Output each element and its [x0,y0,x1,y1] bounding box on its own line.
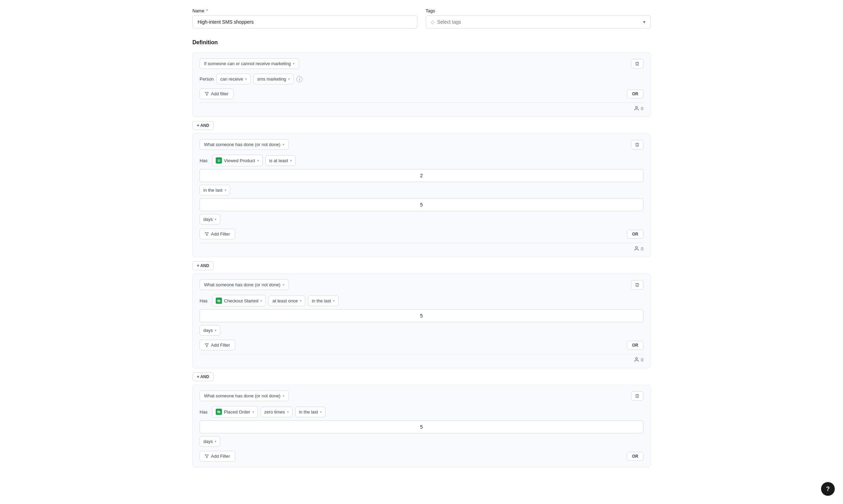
or-btn-4[interactable]: OR [627,452,643,461]
time-label-select-2[interactable]: in the last ▾ [200,185,230,195]
and-connector-1: + AND [192,121,651,130]
or-btn-2[interactable]: OR [627,230,643,239]
and-btn-2[interactable]: + AND [192,261,214,270]
and-connector-2: + AND [192,261,651,270]
event-select-3[interactable]: 🛍 Checkout Started ▾ [212,295,266,307]
time-label-select-4[interactable]: in the last ▾ [295,407,326,417]
time-unit-select-2[interactable]: days ▾ [200,214,220,225]
person-count-1: 0 [634,106,643,111]
add-filter-btn-2[interactable]: Add Filter [200,229,235,239]
svg-marker-6 [205,455,209,458]
time-unit-select-4[interactable]: days ▾ [200,436,220,447]
tag-icon: ◇ [431,19,435,25]
and-connector-3: + AND [192,372,651,381]
svg-marker-4 [205,344,209,347]
has-label-4: Has [200,409,209,415]
tags-label: Tags [426,8,651,13]
condition-type-label-1: If someone can or cannot receive marketi… [204,61,291,66]
has-label-2: Has [200,158,209,163]
operator-select-2[interactable]: is at least ▾ [265,155,296,166]
definition-title: Definition [192,39,651,46]
person-label: Person [200,76,214,82]
condition-type-chevron-4: ▾ [283,394,284,398]
checkout-started-icon: 🛍 [216,298,222,304]
svg-point-5 [636,358,637,359]
time-unit-chevron-3: ▾ [215,328,216,332]
condition-block-4: What someone has done (or not done) ▾ Ha… [192,385,651,467]
svg-marker-2 [205,232,209,236]
operator-chevron-4: ▾ [287,410,289,414]
name-input[interactable] [192,15,417,28]
placed-order-icon: 🛍 [216,409,222,415]
value-input-2[interactable] [200,169,643,182]
person-count-2: 0 [634,246,643,251]
tags-placeholder: Select tags [437,19,461,25]
condition-type-label-4: What someone has done (or not done) [204,393,281,398]
condition-block-1: If someone can or cannot receive marketi… [192,52,651,117]
time-unit-chevron-4: ▾ [215,440,216,443]
condition-type-chevron-2: ▾ [283,143,284,146]
condition-type-select-2[interactable]: What someone has done (or not done) ▾ [200,139,289,150]
time-unit-select-3[interactable]: days ▾ [200,325,220,336]
time-value-input-2[interactable] [200,198,643,211]
or-btn-3[interactable]: OR [627,341,643,350]
condition-type-select-4[interactable]: What someone has done (or not done) ▾ [200,391,289,401]
operator-chevron-3: ▾ [300,299,301,303]
person-row: Person can receive ▾ sms marketing ▾ i [200,74,643,84]
event-chevron-4: ▾ [252,410,254,414]
tags-chevron-icon: ▾ [643,19,645,25]
delete-condition-3[interactable] [631,280,643,290]
event-chevron-2: ▾ [257,159,259,163]
event-chevron-3: ▾ [260,299,262,303]
delete-condition-1[interactable] [631,59,643,69]
can-receive-select[interactable]: can receive ▾ [216,74,250,84]
name-label: Name * [192,8,417,13]
delete-condition-2[interactable] [631,140,643,149]
and-btn-3[interactable]: + AND [192,372,214,381]
add-filter-btn-4[interactable]: Add Filter [200,451,235,461]
marketing-type-chevron: ▾ [288,77,290,81]
time-label-chevron-4: ▾ [320,410,322,414]
time-value-input-3[interactable] [200,309,643,322]
time-label-select-3[interactable]: in the last ▾ [308,296,339,306]
filter-row-3: Has 🛍 Checkout Started ▾ at least once ▾… [200,295,643,336]
and-btn-1[interactable]: + AND [192,121,214,130]
condition-block-2: What someone has done (or not done) ▾ Ha… [192,133,651,257]
condition-type-label-2: What someone has done (or not done) [204,142,281,147]
time-label-chevron-3: ▾ [333,299,335,303]
event-select-2[interactable]: ⊙ Viewed Product ▾ [212,155,263,166]
svg-marker-0 [205,92,209,95]
add-filter-btn-1[interactable]: Add filter [200,88,234,99]
viewed-product-icon: ⊙ [216,157,222,164]
can-receive-chevron: ▾ [245,77,247,81]
condition-type-label-3: What someone has done (or not done) [204,282,281,287]
or-btn-1[interactable]: OR [627,89,643,98]
delete-condition-4[interactable] [631,391,643,401]
operator-select-3[interactable]: at least once ▾ [269,296,305,306]
condition-type-chevron-1: ▾ [293,62,295,65]
marketing-type-select[interactable]: sms marketing ▾ [253,74,294,84]
operator-select-4[interactable]: zero times ▾ [261,407,293,417]
condition-type-select-3[interactable]: What someone has done (or not done) ▾ [200,279,289,290]
event-select-4[interactable]: 🛍 Placed Order ▾ [212,406,258,418]
filter-row-2: Has ⊙ Viewed Product ▾ is at least ▾ in … [200,155,643,225]
tags-select[interactable]: ◇ Select tags ▾ [426,15,651,28]
info-icon[interactable]: i [296,76,302,82]
add-filter-btn-3[interactable]: Add Filter [200,340,235,350]
person-count-3: 0 [634,357,643,362]
time-label-chevron-2: ▾ [225,188,226,192]
filter-row-4: Has 🛍 Placed Order ▾ zero times ▾ in the… [200,406,643,447]
has-label-3: Has [200,298,209,303]
condition-block-3: What someone has done (or not done) ▾ Ha… [192,274,651,368]
required-asterisk: * [206,8,208,13]
time-value-input-4[interactable] [200,420,643,433]
definition-section: Definition If someone can or cannot rece… [192,39,651,467]
condition-type-select-1[interactable]: If someone can or cannot receive marketi… [200,58,299,69]
operator-chevron-2: ▾ [290,159,292,163]
svg-point-3 [636,247,637,248]
time-unit-chevron-2: ▾ [215,217,216,221]
condition-type-chevron-3: ▾ [283,283,284,287]
svg-point-1 [636,106,637,108]
